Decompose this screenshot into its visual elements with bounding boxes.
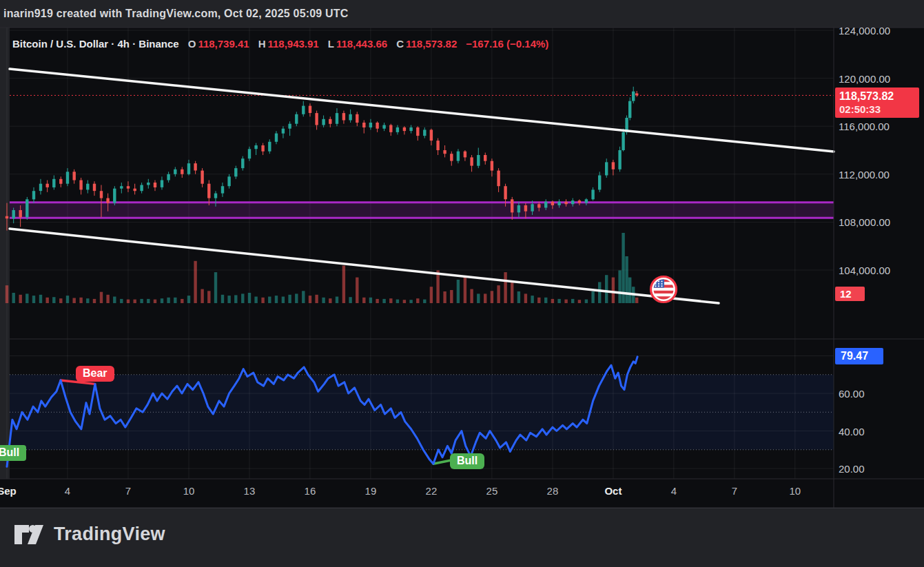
- time-axis-label: 13: [244, 485, 256, 497]
- high-label: H: [258, 38, 266, 50]
- high-value: 118,943.91: [267, 38, 318, 50]
- time-axis-label: Oct: [604, 485, 622, 497]
- time-axis-label: 28: [547, 485, 559, 497]
- rsi-axis-label: 20.00: [839, 463, 865, 475]
- time-axis-label: 4: [671, 485, 677, 497]
- time-axis-label: Sep: [0, 485, 17, 497]
- close-value: 118,573.82: [406, 38, 457, 50]
- tradingview-snapshot: inarin919 created with TradingView.com, …: [0, 0, 924, 567]
- bull-divergence-label-mid[interactable]: Bull: [450, 453, 484, 469]
- time-axis-label: 25: [486, 485, 498, 497]
- time-axis-label: 7: [125, 485, 131, 497]
- time-axis-label: 10: [183, 485, 195, 497]
- current-price-value: 118,573.82: [839, 90, 919, 103]
- price-axis-label: 124,000.00: [839, 25, 890, 37]
- time-axis-label: 4: [65, 485, 70, 497]
- low-value: 118,443.66: [336, 38, 387, 50]
- attribution-text: inarin919 created with TradingView.com, …: [3, 8, 349, 20]
- rsi-axis-label: 60.00: [839, 388, 865, 400]
- rsi-axis-label: 40.00: [839, 425, 865, 437]
- time-axis-label: 7: [732, 485, 737, 497]
- time-axis-label: 16: [305, 485, 316, 497]
- open-value: 118,739.41: [198, 38, 249, 50]
- symbol-legend[interactable]: Bitcoin / U.S. Dollar · 4h · Binance O 1…: [12, 38, 548, 50]
- tradingview-logo[interactable]: TradingView: [14, 522, 165, 546]
- open-label: O: [188, 38, 196, 50]
- price-axis-label: 108,000.00: [839, 216, 890, 228]
- bear-divergence-label[interactable]: Bear: [76, 366, 114, 382]
- time-axis-label: 22: [426, 485, 438, 497]
- symbol-title[interactable]: Bitcoin / U.S. Dollar · 4h · Binance: [12, 38, 179, 50]
- tradingview-logo-text: TradingView: [54, 524, 165, 545]
- rsi-value-label: 79.47: [835, 348, 883, 364]
- price-axis-label: 112,000.00: [839, 168, 890, 180]
- current-price-label[interactable]: 118,573.82 02:50:33: [835, 87, 919, 118]
- low-label: L: [328, 38, 334, 50]
- candle-countdown: 02:50:33: [839, 103, 919, 116]
- volume-value-label: 12: [835, 287, 865, 301]
- time-axis-label: 19: [365, 485, 377, 497]
- us-flag-event-icon[interactable]: [651, 277, 677, 302]
- change-value: −167.16 (−0.14%): [466, 38, 548, 50]
- price-axis-label: 104,000.00: [839, 265, 890, 276]
- bull-divergence-label-left[interactable]: Bull: [0, 445, 26, 461]
- time-axis-label: 10: [790, 485, 801, 497]
- price-axis-label: 120,000.00: [839, 72, 890, 84]
- tradingview-logo-icon: [14, 522, 45, 546]
- chart-graphics: [0, 0, 924, 567]
- close-label: C: [396, 38, 404, 50]
- price-axis-label: 116,000.00: [839, 121, 890, 132]
